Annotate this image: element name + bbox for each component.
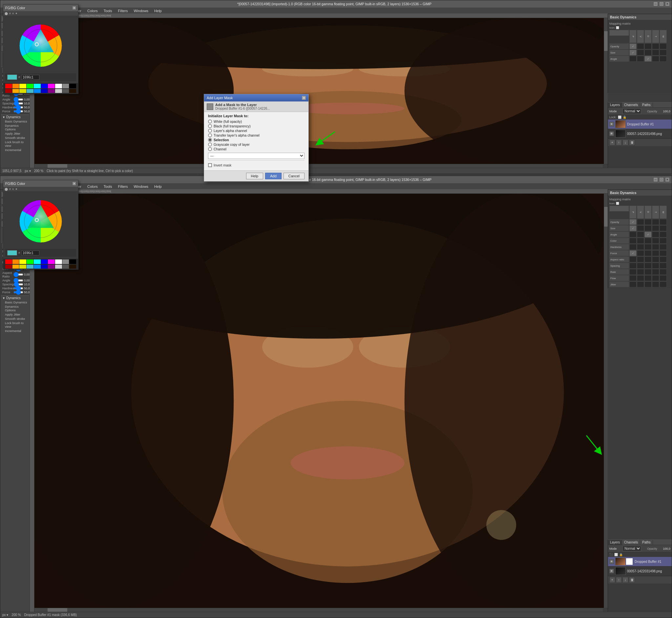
menu-colors[interactable]: Colors <box>86 9 99 13</box>
bottom-cell-ra-v[interactable] <box>637 269 644 275</box>
menu-windows[interactable]: Windows <box>132 9 150 13</box>
bottom-cell-an-v[interactable] <box>637 231 644 237</box>
bottom-h-scrollbar-thumb[interactable] <box>47 608 67 612</box>
bottom-layers-mode-select[interactable]: Normal <box>623 546 641 551</box>
bottom-swatch-purple[interactable] <box>48 265 55 269</box>
matrix-cell-opacity-d[interactable] <box>645 43 652 49</box>
bottom-v-scrollbar-thumb[interactable] <box>604 207 608 227</box>
bottom-cell-sp-v[interactable] <box>637 263 644 269</box>
color-strip-blue[interactable] <box>41 84 48 88</box>
layer-eye-1-top[interactable]: 👁 <box>609 122 614 126</box>
bottom-cell-fl-v[interactable] <box>637 275 644 281</box>
swatch-purple[interactable] <box>48 89 55 93</box>
angle-slider[interactable] <box>13 99 23 100</box>
mask-add-button[interactable]: Add <box>265 173 281 179</box>
bottom-strip-black[interactable] <box>69 260 76 264</box>
color-strip-green[interactable] <box>27 84 33 88</box>
bottom-swatch-amber[interactable] <box>12 265 19 269</box>
bottom-cell-co-w[interactable] <box>660 238 667 244</box>
color-hex-btn[interactable]: # <box>9 12 11 15</box>
matrix-cell-opacity-w[interactable] <box>660 43 667 49</box>
bottom-menu-filters[interactable]: Filters <box>117 185 129 189</box>
color-strip-magenta[interactable] <box>48 84 55 88</box>
close-button[interactable]: ✕ <box>665 2 670 6</box>
new-layer-btn[interactable]: + <box>609 139 615 145</box>
bottom-menu-colors[interactable]: Colors <box>86 185 99 189</box>
bottom-cell-fo-d[interactable] <box>645 250 652 256</box>
lock-brush-row[interactable]: Lock brush to view <box>1 140 29 148</box>
lock-pixels-btn[interactable]: ⬜ <box>618 116 622 119</box>
bottom-incremental-row[interactable]: Incremental <box>1 329 29 333</box>
dynamics-header-row[interactable]: ▼ Dynamics <box>1 115 29 119</box>
layers-mode-select-top[interactable]: Normal <box>623 108 641 114</box>
lock-alpha-btn[interactable]: 🔒 <box>623 116 627 119</box>
basic-dynamics-row[interactable]: Basic Dynamics <box>1 119 29 123</box>
bottom-new-layer-btn[interactable]: + <box>609 577 615 583</box>
color-strip-cyan[interactable] <box>34 84 41 88</box>
bottom-cell-co-p[interactable] <box>629 238 637 244</box>
color-dialog-close[interactable]: ✕ <box>72 6 76 10</box>
tab-paths-top[interactable]: Paths <box>640 102 653 107</box>
bottom-cell-sz-t[interactable] <box>652 225 659 231</box>
bottom-cell-ha-d[interactable] <box>645 244 652 250</box>
menu-tools[interactable]: Tools <box>102 9 114 13</box>
hardness-slider[interactable] <box>13 106 23 108</box>
tab-paths-bottom[interactable]: Paths <box>640 540 653 545</box>
smooth-stroke-row[interactable]: Smooth stroke <box>1 136 29 140</box>
swatch-darkyellow[interactable] <box>19 89 26 93</box>
tab-channels-top[interactable]: Channels <box>622 102 640 107</box>
bottom-lower-layer-btn[interactable]: ↓ <box>623 577 628 583</box>
bottom-cell-co-d[interactable] <box>645 238 652 244</box>
bottom-cell-fo-w[interactable] <box>660 250 667 256</box>
maximize-button[interactable]: □ <box>659 2 664 6</box>
mask-radio-black[interactable] <box>208 124 212 128</box>
bottom-maximize-btn[interactable]: □ <box>659 177 664 182</box>
bottom-hex-color-swatch[interactable] <box>7 250 17 255</box>
bottom-cell-ji-w[interactable] <box>660 282 667 287</box>
matrix-cell-angle-d[interactable]: ✓ <box>645 56 652 62</box>
color-strip-white[interactable] <box>55 84 62 88</box>
bottom-layer-item-1[interactable]: 👁 Dropped Buffer #1 <box>608 557 672 566</box>
bottom-color-sliders-btn[interactable]: ≡ <box>12 188 14 191</box>
bottom-cell-as-w[interactable] <box>660 256 667 263</box>
bottom-swatch-teal[interactable] <box>27 265 33 269</box>
top-v-scrollbar-thumb[interactable] <box>604 31 608 51</box>
bottom-cell-sz-p[interactable]: ✓ <box>629 225 637 231</box>
bottom-cell-as-d[interactable] <box>645 256 652 263</box>
bottom-cell-an-d[interactable]: ✓ <box>645 231 652 237</box>
matrix-cell-opacity-t[interactable] <box>652 43 659 49</box>
minimize-button[interactable]: ─ <box>653 2 658 6</box>
color-picker-btn[interactable]: ✦ <box>15 12 18 15</box>
matrix-cell-angle-t[interactable] <box>652 56 659 62</box>
matrix-cell-opacity-v[interactable] <box>637 43 644 49</box>
bottom-cell-ji-d[interactable] <box>645 282 652 287</box>
bottom-color-dialog-close[interactable]: ✕ <box>72 182 76 186</box>
bottom-lock-alpha[interactable]: 🔒 <box>619 553 623 556</box>
bottom-cell-sp-d[interactable] <box>645 263 652 269</box>
mask-dialog-close[interactable]: ✕ <box>302 96 306 100</box>
bottom-cell-fl-w[interactable] <box>660 275 667 281</box>
bottom-cell-ji-p[interactable] <box>629 282 637 287</box>
bottom-cell-an-p[interactable] <box>629 231 637 237</box>
bottom-cell-op-w[interactable] <box>660 219 667 225</box>
mask-option-alpha[interactable]: Layer's alpha channel <box>208 128 304 133</box>
bottom-canvas-area[interactable] <box>34 194 604 608</box>
color-wheel-container[interactable] <box>14 19 67 72</box>
menu-help[interactable]: Help <box>153 9 163 13</box>
tab-channels-bottom[interactable]: Channels <box>622 540 640 545</box>
bottom-cell-sz-v[interactable] <box>637 225 644 231</box>
swatch-darkred[interactable] <box>5 89 12 93</box>
bottom-dynamics-options-row[interactable]: Dynamics Options <box>1 304 29 312</box>
bottom-strip-white[interactable] <box>55 260 62 264</box>
swatch-lightgray[interactable] <box>55 89 62 93</box>
tab-layers-bottom[interactable]: Layers <box>608 540 622 545</box>
matrix-cell-angle-p[interactable] <box>629 56 637 62</box>
bottom-cell-as-p[interactable] <box>629 256 637 263</box>
swatch-darkblue[interactable] <box>41 89 48 93</box>
layer-eye-2-top[interactable]: 👁 <box>609 131 614 136</box>
raise-layer-btn[interactable]: ↑ <box>616 139 622 145</box>
bottom-angle-slider[interactable] <box>13 280 23 282</box>
bottom-cell-co-t[interactable] <box>652 238 659 244</box>
bottom-basic-dynamics-row[interactable]: Basic Dynamics <box>1 300 29 304</box>
bottom-cell-ra-d[interactable] <box>645 269 652 275</box>
